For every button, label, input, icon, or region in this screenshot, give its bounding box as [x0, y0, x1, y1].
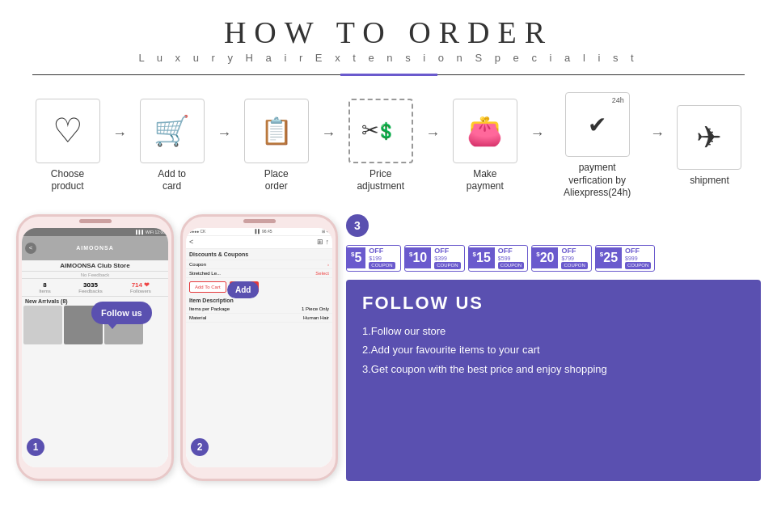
follow-us-line-2: 2.Add your favourite items to your cart	[362, 340, 745, 359]
phone-2: ●●●● CK ▌▌ 96:45 ⊞ ✦ < ⊞ ↑ Discounts & C…	[180, 214, 338, 481]
phone2-desc-row-1-label: Items per Package	[189, 306, 230, 311]
line-right	[437, 74, 745, 75]
arrow-6: →	[650, 125, 665, 142]
coupon-right-1: OFF $199 COUPON	[365, 246, 398, 271]
phone1-content: ▌▌▌ WiFi 12:08 AIMOONSA < AIMOONSA Club …	[22, 228, 168, 467]
page-header: HOW TO ORDER L u x u r y H a i r E x t e…	[0, 0, 777, 69]
step-shipment: ✈ shipment	[666, 105, 753, 188]
phone1-stat-items-val: 8	[39, 281, 51, 289]
phone2-speaker	[243, 219, 276, 223]
phone2-add-to-cart-btn[interactable]: Add To Cart	[189, 281, 226, 293]
follow-us-title: FOLLOW US	[362, 293, 745, 314]
phone2-screen: ●●●● CK ▌▌ 96:45 ⊞ ✦ < ⊞ ↑ Discounts & C…	[186, 228, 332, 467]
coupon-dollar-3: $15	[469, 247, 495, 268]
coupon-min-2: $399	[434, 255, 447, 262]
step-icon-heart: ♡	[36, 99, 100, 163]
coupon-dollar-1: $5	[347, 247, 365, 268]
phone2-coupon-lbl: Coupon	[189, 262, 206, 267]
arrow-4: →	[425, 125, 440, 142]
follow-us-line-1: 1.Follow our store	[362, 322, 745, 340]
coupon-item-1: $5 OFF $199 COUPON	[346, 245, 401, 272]
coupon-off-4: OFF	[561, 247, 576, 255]
step-label-3: Placeorder	[264, 168, 289, 193]
phone1-stat-feedbacks-lbl: Feedbacks	[78, 289, 102, 293]
phones-container: ▌▌▌ WiFi 12:08 AIMOONSA < AIMOONSA Club …	[16, 214, 338, 481]
step-icon-price: ✂ 💲	[348, 99, 413, 163]
phone1-stat-items-lbl: Items	[39, 289, 51, 293]
coupon-dollar-2: $10	[405, 247, 431, 268]
steps-row: ♡ Chooseproduct → 🛒 Add tocard → 📋 Place…	[0, 76, 777, 208]
step-price-adjustment: ✂ 💲 Priceadjustment	[337, 99, 424, 193]
coupon-right-5: OFF $999 COUPON	[622, 246, 654, 271]
step-icon-cart: 🛒	[140, 99, 205, 163]
step-make-payment: 👛 Makepayment	[441, 99, 528, 193]
follow-us-bubble: Follow us	[91, 302, 152, 324]
coupon-item-4: $20 OFF $799 COUPON	[531, 245, 592, 272]
coupon-code-3: COUPON	[498, 262, 524, 269]
follow-us-line-3: 3.Get coupon with the best price and enj…	[362, 360, 745, 378]
step-label-4: Priceadjustment	[357, 168, 404, 193]
coupon-min-5: $999	[625, 255, 638, 262]
phone2-desc-row-1-value: 1 Piece Only	[302, 306, 329, 311]
coupon-right-4: OFF $799 COUPON	[558, 246, 590, 271]
page-subtitle: L u x u r y H a i r E x t e n s i o n S …	[0, 52, 777, 64]
phone2-discounts: Discounts & Coupons	[186, 249, 332, 260]
right-panel: 3 $5 OFF $199 COUPON $10 OFF $399	[346, 214, 761, 481]
step-label-1: Chooseproduct	[51, 168, 84, 193]
step-icon-doc: 📋	[244, 99, 309, 163]
step-payment-verification: ✔ 24h paymentverfication byAliexpress(24…	[546, 92, 648, 200]
follow-us-panel: FOLLOW US 1.Follow our store 2.Add your …	[346, 280, 761, 481]
step-choose-product: ♡ Chooseproduct	[24, 99, 111, 193]
coupon-min-1: $199	[369, 255, 382, 262]
coupon-item-5: $25 OFF $999 COUPON	[595, 245, 656, 272]
phone-1: ▌▌▌ WiFi 12:08 AIMOONSA < AIMOONSA Club …	[16, 214, 174, 481]
phone2-item-desc: Item Description	[186, 296, 332, 305]
phone2-stretched: Stretched Le...	[189, 271, 221, 276]
phone1-no-feedback: No Feedback	[22, 272, 168, 279]
coupon-item-3: $15 OFF $599 COUPON	[468, 245, 529, 272]
step-badge-2: 2	[191, 438, 209, 456]
coupon-off-1: OFF	[369, 247, 383, 255]
step-badge-1: 1	[27, 438, 44, 456]
coupon-code-5: COUPON	[625, 262, 651, 269]
coupon-item-2: $10 OFF $399 COUPON	[404, 245, 465, 272]
phone1-speaker	[79, 219, 112, 223]
arrow-1: →	[112, 125, 127, 142]
phone2-select: Select	[315, 271, 329, 276]
coupon-bar: $5 OFF $199 COUPON $10 OFF $399 COUPON	[346, 242, 761, 275]
line-left	[32, 74, 340, 75]
coupon-dollar-4: $20	[532, 247, 558, 268]
phone1-stat-feedbacks-val: 3035	[78, 281, 102, 289]
coupon-off-5: OFF	[625, 247, 640, 255]
step-icon-plane: ✈	[677, 105, 741, 170]
phone1-stat-followers-lbl: Followers	[130, 289, 151, 293]
phone2-desc-row-2-label: Material	[189, 315, 206, 320]
coupon-right-2: OFF $399 COUPON	[431, 246, 463, 271]
step3-badge: 3	[346, 214, 369, 237]
phone2-content: ●●●● CK ▌▌ 96:45 ⊞ ✦ < ⊞ ↑ Discounts & C…	[186, 228, 332, 467]
bottom-section: ▌▌▌ WiFi 12:08 AIMOONSA < AIMOONSA Club …	[0, 208, 777, 481]
phone1-screen: ▌▌▌ WiFi 12:08 AIMOONSA < AIMOONSA Club …	[22, 228, 168, 467]
step-label-6: paymentverfication byAliexpress(24h)	[564, 162, 631, 200]
step-place-order: 📋 Placeorder	[233, 99, 319, 193]
step-label-5: Makepayment	[467, 168, 504, 193]
coupon-off-2: OFF	[434, 247, 449, 255]
step-icon-verify: ✔ 24h	[565, 92, 630, 157]
page-title: HOW TO ORDER	[0, 15, 777, 50]
coupon-min-3: $599	[498, 255, 511, 262]
coupon-right-3: OFF $599 COUPON	[495, 246, 527, 271]
add-bubble: Add	[227, 281, 259, 298]
phone1-stat-followers-val: 714 ❤	[130, 281, 151, 289]
arrow-2: →	[217, 125, 231, 142]
step-add-to-card: 🛒 Add tocard	[129, 99, 215, 193]
arrow-3: →	[321, 125, 336, 142]
coupon-dollar-5: $25	[596, 247, 622, 268]
phone2-desc-row-2-value: Human Hair	[303, 315, 329, 320]
coupon-code-1: COUPON	[369, 262, 395, 269]
step-label-7: shipment	[690, 175, 729, 188]
coupon-code-4: COUPON	[561, 262, 587, 269]
coupon-code-2: COUPON	[434, 262, 460, 269]
step-icon-wallet: 👛	[453, 99, 517, 163]
line-accent	[340, 74, 437, 76]
coupon-min-4: $799	[561, 255, 574, 262]
